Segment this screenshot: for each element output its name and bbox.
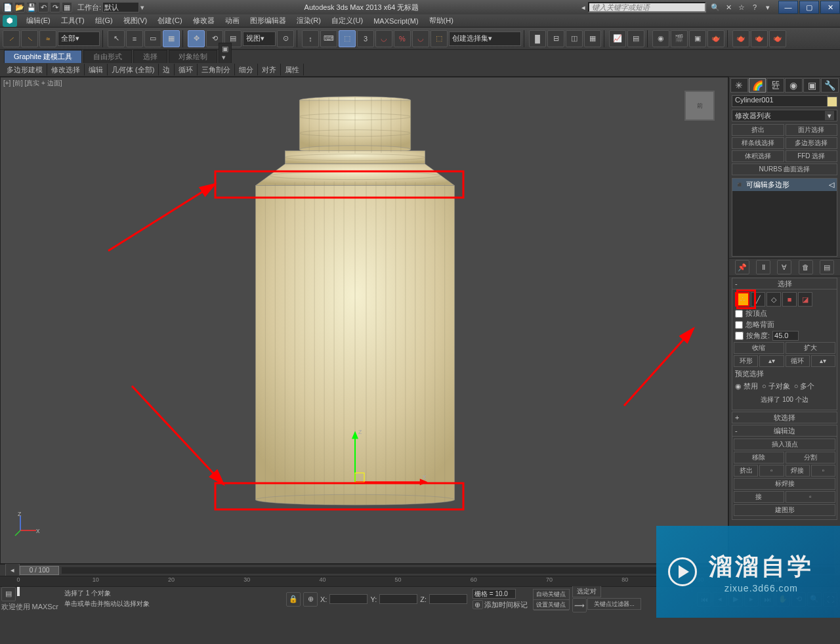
object-name-field[interactable]: Cylinder001 (732, 95, 828, 107)
ribpanel-loops[interactable]: 循环 (175, 64, 198, 75)
loop-spinner[interactable]: ▴▾ (811, 355, 835, 367)
app-logo-icon[interactable]: ⬢ (3, 15, 17, 27)
new-file-icon[interactable]: 📄 (3, 2, 13, 12)
radio-subobj[interactable]: ○ 子对象 (762, 381, 790, 391)
mirror-icon[interactable]: ▐▌ (529, 30, 546, 47)
extrude-settings-button[interactable]: ▫ (759, 465, 784, 477)
btn-create-shape[interactable]: 建图形 (734, 504, 835, 516)
menu-help[interactable]: 帮助(H) (424, 16, 459, 26)
object-color-swatch[interactable] (827, 97, 837, 107)
tab-hierarchy-icon[interactable]: 뜐 (766, 78, 784, 93)
edit-named-sel-icon[interactable]: ⬚ (430, 30, 448, 47)
maximize-button[interactable]: ▢ (799, 1, 819, 14)
btn-volsel[interactable]: 体积选择 (732, 150, 784, 162)
search-input[interactable] (588, 2, 706, 12)
undo-icon[interactable]: ↶ (38, 2, 49, 12)
align-icon[interactable]: ⊟ (547, 30, 564, 47)
bind-spacewarp-icon[interactable]: ≈ (39, 30, 56, 47)
menu-create[interactable]: 创建(C) (152, 16, 187, 26)
menu-tools[interactable]: 工具(T) (56, 16, 90, 26)
btn-weld-edge[interactable]: 焊接 (786, 465, 810, 477)
favorite-icon[interactable]: ☆ (736, 2, 747, 12)
menu-maxscript[interactable]: MAXScript(M) (368, 17, 423, 25)
chk-ignore-backface[interactable]: 忽略背面 (734, 319, 835, 330)
x-field[interactable] (329, 594, 368, 604)
pin-stack-icon[interactable]: 📌 (735, 260, 749, 274)
ribbon-expand-button[interactable]: ▣ ▾ (219, 43, 232, 63)
menu-grapheditors[interactable]: 图形编辑器 (245, 16, 291, 26)
chevron-down-icon[interactable]: ▾ (825, 111, 834, 120)
menu-views[interactable]: 视图(V) (118, 16, 153, 26)
ribpanel-props[interactable]: 属性 (281, 64, 304, 75)
minimize-button[interactable]: — (778, 1, 798, 14)
btn-grow[interactable]: 扩大 (786, 342, 836, 354)
z-field[interactable] (429, 594, 467, 604)
rollout-selection-header[interactable]: -选择 (732, 278, 837, 290)
tab-motion-icon[interactable]: ◉ (785, 78, 803, 93)
open-file-icon[interactable]: 📂 (14, 2, 25, 12)
y-field[interactable] (379, 594, 417, 604)
menu-modifiers[interactable]: 修改器 (188, 16, 220, 26)
curve-editor-icon[interactable]: 📈 (609, 30, 626, 47)
modifier-stack[interactable]: ◾ 可编辑多边形 ◁ (732, 178, 837, 257)
menu-animation[interactable]: 动画 (220, 16, 245, 26)
subobj-vertex-icon[interactable]: ∴ (735, 292, 749, 307)
menu-customize[interactable]: 自定义(U) (326, 16, 368, 26)
viewport[interactable]: [+] [前] [真实 + 边面] 前 (0, 77, 728, 564)
snap-toggle-icon[interactable]: ⬚ (339, 30, 356, 47)
btn-split-edge[interactable]: 分割 (786, 452, 836, 463)
tab-freeform[interactable]: 自由形式 (83, 50, 132, 63)
time-slider-thumb[interactable]: 0 / 100 (20, 566, 59, 575)
ref-coord-combo[interactable]: 视图 ▾ (243, 32, 276, 46)
workspace-combo[interactable]: 默认 (102, 2, 139, 12)
btn-bridge[interactable]: 接 (734, 491, 784, 503)
mini-listener-icon[interactable]: ▤ (1, 587, 16, 601)
ribpanel-subdiv[interactable]: 细分 (235, 64, 258, 75)
tab-selection[interactable]: 选择 (133, 50, 167, 63)
add-timetag-text[interactable]: 添加时间标记 (484, 600, 528, 610)
setkey-button[interactable]: 设置关键点 (534, 600, 569, 611)
tab-utilities-icon[interactable]: 🔧 (821, 78, 839, 93)
subobj-border-icon[interactable]: ◇ (766, 292, 781, 307)
select-by-name-icon[interactable]: ≡ (126, 30, 143, 47)
btn-shrink[interactable]: 收缩 (734, 342, 784, 354)
layer-manager-icon[interactable]: ◫ (566, 30, 583, 47)
angle-spinner[interactable]: 45.0 (772, 331, 799, 341)
menu-edit[interactable]: 编辑(E) (21, 16, 56, 26)
unlink-icon[interactable]: ⟍ (21, 30, 38, 47)
abs-rel-icon[interactable]: ⊕ (303, 592, 318, 607)
select-region-icon[interactable]: ▭ (144, 30, 161, 47)
btn-ffdsel[interactable]: FFD 选择 (786, 150, 838, 162)
rollout-editedges-header[interactable]: -编辑边 (732, 425, 837, 437)
btn-extrude[interactable]: 挤出 (732, 124, 784, 136)
btn-ring[interactable]: 环形 (734, 355, 758, 367)
tab-create-icon[interactable]: ✳ (730, 78, 748, 93)
render-production-icon[interactable]: 🫖 (707, 30, 724, 47)
ribpanel-edges[interactable]: 边 (159, 64, 175, 75)
redo-icon[interactable]: ↷ (50, 2, 60, 12)
ribpanel-align[interactable]: 对齐 (258, 64, 281, 75)
menu-group[interactable]: 组(G) (90, 16, 118, 26)
btn-splinesel[interactable]: 样条线选择 (732, 137, 784, 149)
spinner-snap-icon[interactable]: % (394, 30, 411, 47)
autokey-button[interactable]: 自动关键点 (534, 590, 569, 600)
selection-filter-combo[interactable]: 全部 ▾ (58, 32, 100, 46)
render-last-icon[interactable]: 🫖 (732, 30, 749, 47)
tab-objectpaint[interactable]: 对象绘制 (169, 50, 217, 63)
btn-extrude-edge[interactable]: 挤出 (734, 465, 758, 477)
window-crossing-icon[interactable]: ▦ (163, 30, 180, 47)
btn-insert-vertex[interactable]: 插入顶点 (734, 439, 835, 450)
weld-settings-button[interactable]: ▫ (811, 465, 835, 477)
btn-polysel[interactable]: 多边形选择 (786, 137, 838, 149)
radio-multi[interactable]: ○ 多个 (794, 381, 815, 391)
ring-spinner[interactable]: ▴▾ (759, 355, 784, 367)
schematic-view-icon[interactable]: ▤ (627, 30, 644, 47)
render-frame-icon[interactable]: ▣ (689, 30, 706, 47)
graphite-toggle-icon[interactable]: ▦ (584, 30, 601, 47)
ribpanel-edit[interactable]: 编辑 (85, 64, 108, 75)
btn-remove-edge[interactable]: 移除 (734, 452, 784, 463)
binoculars-icon[interactable]: 🔍 (710, 2, 721, 12)
pivot-center-icon[interactable]: ⊙ (277, 30, 294, 47)
select-link-icon[interactable]: ⟋ (3, 30, 20, 47)
remove-mod-icon[interactable]: 🗑 (799, 260, 813, 274)
